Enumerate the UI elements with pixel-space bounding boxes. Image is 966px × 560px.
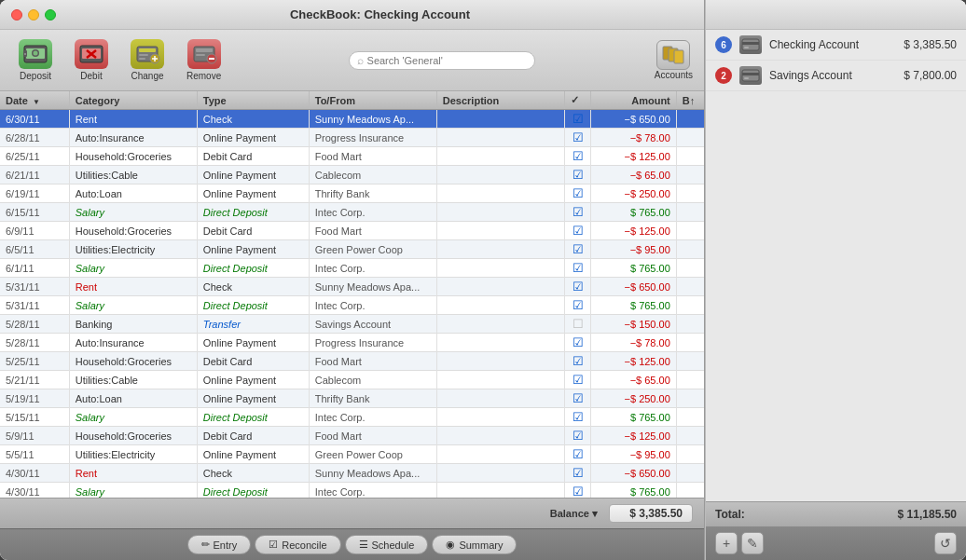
col-header-check[interactable]: ✓ xyxy=(564,91,591,110)
cell-check[interactable]: ☑ xyxy=(564,334,591,352)
table-row[interactable]: 5/28/11 Auto:Insurance Online Payment Pr… xyxy=(0,334,704,352)
cell-check[interactable]: ☑ xyxy=(564,296,591,315)
tab-reconcile[interactable]: ☑ Reconcile xyxy=(255,535,340,554)
search-input[interactable] xyxy=(367,55,527,66)
table-row[interactable]: 5/9/11 Household:Groceries Debit Card Fo… xyxy=(0,427,704,445)
col-header-amount[interactable]: Amount xyxy=(591,91,676,110)
table-row[interactable]: 6/25/11 Household:Groceries Debit Card F… xyxy=(0,147,704,166)
cell-check[interactable]: ☑ xyxy=(564,278,591,296)
svg-rect-12 xyxy=(139,54,148,56)
col-header-tofrom[interactable]: To/From xyxy=(309,91,436,110)
col-header-date[interactable]: Date ▼ xyxy=(0,91,69,110)
checkbox-checked[interactable]: ☑ xyxy=(573,112,584,126)
checkbox-checked[interactable]: ☑ xyxy=(573,410,584,424)
close-button[interactable] xyxy=(11,9,22,20)
cell-check[interactable]: ☑ xyxy=(564,129,591,147)
tab-entry[interactable]: ✏ Entry xyxy=(187,535,252,554)
cell-check[interactable]: ☑ xyxy=(564,240,591,259)
remove-button[interactable]: Remove xyxy=(179,35,228,85)
minimize-button[interactable] xyxy=(28,9,39,20)
cell-check[interactable]: ☑ xyxy=(564,184,591,203)
table-row[interactable]: 4/30/11 Salary Direct Deposit Intec Corp… xyxy=(0,483,704,499)
cell-check[interactable]: ☐ xyxy=(564,315,591,334)
account-item[interactable]: 6 Checking Account $ 3,385.50 xyxy=(706,30,966,61)
checkbox-checked[interactable]: ☑ xyxy=(573,391,584,405)
checkbox-checked[interactable]: ☑ xyxy=(573,429,584,443)
account-item[interactable]: 2 Savings Account $ 7,800.00 xyxy=(706,61,966,91)
cell-check[interactable]: ☑ xyxy=(564,427,591,445)
cell-check[interactable]: ☑ xyxy=(564,408,591,427)
cell-date: 5/28/11 xyxy=(0,334,69,352)
checkbox-checked[interactable]: ☑ xyxy=(573,242,584,256)
cell-check[interactable]: ☑ xyxy=(564,371,591,389)
checkbox-checked[interactable]: ☑ xyxy=(573,186,584,200)
cell-check[interactable]: ☑ xyxy=(564,110,591,129)
table-row[interactable]: 5/31/11 Rent Check Sunny Meadows Apa... … xyxy=(0,278,704,296)
cell-check[interactable]: ☑ xyxy=(564,222,591,240)
table-row[interactable]: 6/28/11 Auto:Insurance Online Payment Pr… xyxy=(0,129,704,147)
tab-schedule[interactable]: ☰ Schedule xyxy=(345,535,429,554)
cell-date: 5/28/11 xyxy=(0,315,69,334)
schedule-icon: ☰ xyxy=(359,539,368,551)
checkbox-checked[interactable]: ☑ xyxy=(573,280,584,294)
checkbox-checked[interactable]: ☑ xyxy=(573,354,584,368)
table-row[interactable]: 5/28/11 Banking Transfer Savings Account… xyxy=(0,315,704,334)
table-row[interactable]: 6/9/11 Household:Groceries Debit Card Fo… xyxy=(0,222,704,240)
checkbox-checked[interactable]: ☑ xyxy=(573,205,584,219)
table-row[interactable]: 5/15/11 Salary Direct Deposit Intec Corp… xyxy=(0,408,704,427)
table-row[interactable]: 5/31/11 Salary Direct Deposit Intec Corp… xyxy=(0,296,704,315)
cell-check[interactable]: ☑ xyxy=(564,203,591,222)
search-box[interactable]: ⌕ xyxy=(349,51,535,70)
cell-bal xyxy=(676,296,704,315)
cell-tofrom: Intec Corp. xyxy=(309,296,436,315)
cell-check[interactable]: ☑ xyxy=(564,147,591,166)
cell-check[interactable]: ☑ xyxy=(564,352,591,371)
table-row[interactable]: 5/25/11 Household:Groceries Debit Card F… xyxy=(0,352,704,371)
cell-check[interactable]: ☑ xyxy=(564,166,591,184)
checkbox-checked[interactable]: ☑ xyxy=(573,261,584,275)
tab-summary[interactable]: ◉ Summary xyxy=(432,535,517,554)
checkbox-checked[interactable]: ☑ xyxy=(573,373,584,387)
accounts-button[interactable]: Accounts xyxy=(655,40,693,80)
checkbox-checked[interactable]: ☑ xyxy=(573,447,584,461)
cell-check[interactable]: ☑ xyxy=(564,259,591,278)
table-row[interactable]: 6/1/11 Salary Direct Deposit Intec Corp.… xyxy=(0,259,704,278)
cell-date: 6/21/11 xyxy=(0,166,69,184)
maximize-button[interactable] xyxy=(45,9,56,20)
checkbox-checked[interactable]: ☑ xyxy=(573,466,584,480)
checkbox-checked[interactable]: ☑ xyxy=(573,168,584,182)
checkbox-checked[interactable]: ☑ xyxy=(573,224,584,238)
col-header-balance[interactable]: B↑ xyxy=(676,91,704,110)
table-row[interactable]: 5/5/11 Utilities:Electricity Online Paym… xyxy=(0,445,704,464)
change-button[interactable]: Change xyxy=(123,35,172,85)
checkbox-checked[interactable]: ☑ xyxy=(573,149,584,163)
cell-check[interactable]: ☑ xyxy=(564,445,591,464)
table-row[interactable]: 6/15/11 Salary Direct Deposit Intec Corp… xyxy=(0,203,704,222)
deposit-button[interactable]: Deposit xyxy=(11,35,60,85)
table-row[interactable]: 5/21/11 Utilities:Cable Online Payment C… xyxy=(0,371,704,389)
table-row[interactable]: 4/30/11 Rent Check Sunny Meadows Apa... … xyxy=(0,464,704,483)
checkbox-checked[interactable]: ☑ xyxy=(573,485,584,498)
transaction-table-container[interactable]: Date ▼ Category Type To/From Description… xyxy=(0,91,704,498)
table-row[interactable]: 5/19/11 Auto:Loan Online Payment Thrifty… xyxy=(0,389,704,408)
cell-check[interactable]: ☑ xyxy=(564,389,591,408)
col-header-category[interactable]: Category xyxy=(69,91,197,110)
table-row[interactable]: 6/21/11 Utilities:Cable Online Payment C… xyxy=(0,166,704,184)
refresh-button[interactable]: ↺ xyxy=(934,532,957,554)
edit-account-button[interactable]: ✎ xyxy=(741,532,764,554)
col-header-description[interactable]: Description xyxy=(436,91,564,110)
table-row[interactable]: 6/5/11 Utilities:Electricity Online Paym… xyxy=(0,240,704,259)
cell-tofrom: Cablecom xyxy=(309,166,436,184)
checkbox-checked[interactable]: ☑ xyxy=(573,130,584,144)
add-account-button[interactable]: + xyxy=(715,532,738,554)
checkbox-checked[interactable]: ☑ xyxy=(573,298,584,312)
debit-button[interactable]: Debit xyxy=(67,35,116,85)
cell-check[interactable]: ☑ xyxy=(564,464,591,483)
table-row[interactable]: 6/19/11 Auto:Loan Online Payment Thrifty… xyxy=(0,184,704,203)
checkbox-unchecked[interactable]: ☐ xyxy=(573,317,584,331)
checkbox-checked[interactable]: ☑ xyxy=(573,335,584,349)
col-header-type[interactable]: Type xyxy=(197,91,309,110)
account-list: 6 Checking Account $ 3,385.50 2 Savings … xyxy=(706,30,966,501)
table-row[interactable]: 6/30/11 Rent Check Sunny Meadows Ap... ☑… xyxy=(0,110,704,129)
cell-check[interactable]: ☑ xyxy=(564,483,591,499)
